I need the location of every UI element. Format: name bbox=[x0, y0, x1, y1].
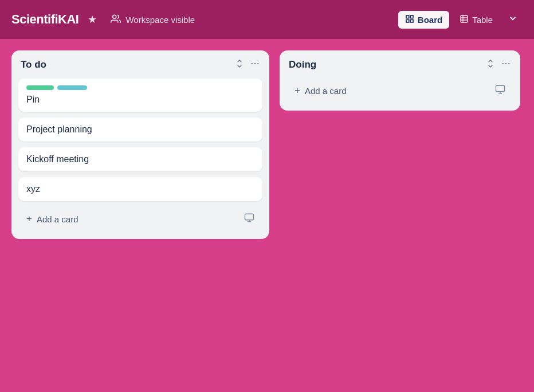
label-teal bbox=[57, 85, 87, 90]
board-area: To do bbox=[0, 39, 534, 392]
card-kickoff-meeting[interactable]: Kickoff meeting bbox=[18, 147, 262, 171]
table-icon bbox=[460, 14, 469, 25]
add-card-todo-left: + Add a card bbox=[26, 213, 78, 225]
more-doing-options-icon[interactable] bbox=[501, 58, 511, 70]
add-card-todo[interactable]: + Add a card bbox=[18, 207, 262, 231]
svg-rect-12 bbox=[245, 214, 254, 220]
list-doing-actions bbox=[486, 58, 511, 70]
svg-point-9 bbox=[252, 63, 253, 64]
workspace-button[interactable]: Workspace visible bbox=[106, 11, 199, 28]
svg-rect-5 bbox=[461, 15, 468, 22]
template-doing-icon[interactable] bbox=[495, 84, 505, 97]
add-card-doing[interactable]: + Add a card bbox=[286, 79, 513, 103]
list-todo: To do bbox=[11, 50, 269, 239]
card-xyz[interactable]: xyz bbox=[18, 177, 262, 201]
svg-rect-18 bbox=[496, 85, 505, 92]
svg-point-15 bbox=[502, 63, 504, 64]
more-options-icon[interactable] bbox=[250, 58, 260, 70]
list-doing: Doing + bbox=[280, 50, 520, 111]
header: ScientifiKAI ★ Workspace visible bbox=[0, 0, 534, 39]
favorite-icon[interactable]: ★ bbox=[88, 13, 97, 26]
list-todo-title: To do bbox=[21, 59, 46, 70]
add-card-doing-left: + Add a card bbox=[295, 85, 346, 96]
card-project-planning[interactable]: Project planning bbox=[18, 117, 262, 142]
list-doing-title: Doing bbox=[289, 59, 316, 70]
label-green bbox=[26, 85, 54, 90]
list-doing-header: Doing bbox=[286, 58, 513, 73]
nav-right: Board Table bbox=[398, 10, 523, 30]
app-logo: ScientifiKAI bbox=[11, 12, 78, 27]
svg-rect-1 bbox=[406, 15, 409, 18]
board-label: Board bbox=[418, 15, 442, 25]
svg-point-16 bbox=[505, 63, 506, 64]
table-label: Table bbox=[472, 15, 493, 25]
chevron-down-icon bbox=[508, 13, 518, 26]
table-button[interactable]: Table bbox=[453, 11, 500, 29]
template-icon[interactable] bbox=[244, 213, 254, 225]
board-icon bbox=[405, 14, 414, 25]
collapse-doing-icon[interactable] bbox=[486, 59, 495, 70]
card-xyz-title: xyz bbox=[26, 184, 40, 194]
card-pin-labels bbox=[26, 85, 254, 90]
list-todo-header: To do bbox=[18, 58, 262, 73]
collapse-icon[interactable] bbox=[235, 59, 244, 70]
svg-point-11 bbox=[257, 63, 258, 64]
svg-rect-4 bbox=[410, 19, 413, 22]
card-pin[interactable]: Pin bbox=[18, 79, 262, 112]
svg-point-0 bbox=[113, 15, 116, 18]
card-pin-title: Pin bbox=[26, 95, 40, 104]
list-todo-actions bbox=[235, 58, 260, 70]
more-views-button[interactable] bbox=[503, 10, 523, 30]
card-project-planning-title: Project planning bbox=[26, 124, 92, 134]
svg-rect-3 bbox=[406, 19, 409, 22]
board-button[interactable]: Board bbox=[398, 11, 449, 29]
workspace-label: Workspace visible bbox=[125, 15, 195, 25]
card-kickoff-meeting-title: Kickoff meeting bbox=[26, 154, 89, 164]
workspace-icon bbox=[111, 14, 121, 26]
svg-point-17 bbox=[508, 63, 509, 64]
add-doing-icon: + bbox=[295, 85, 300, 96]
add-card-doing-label: Add a card bbox=[305, 86, 347, 96]
add-card-todo-label: Add a card bbox=[37, 214, 78, 224]
svg-point-10 bbox=[254, 63, 256, 64]
svg-rect-2 bbox=[410, 15, 413, 18]
add-icon: + bbox=[26, 213, 32, 225]
